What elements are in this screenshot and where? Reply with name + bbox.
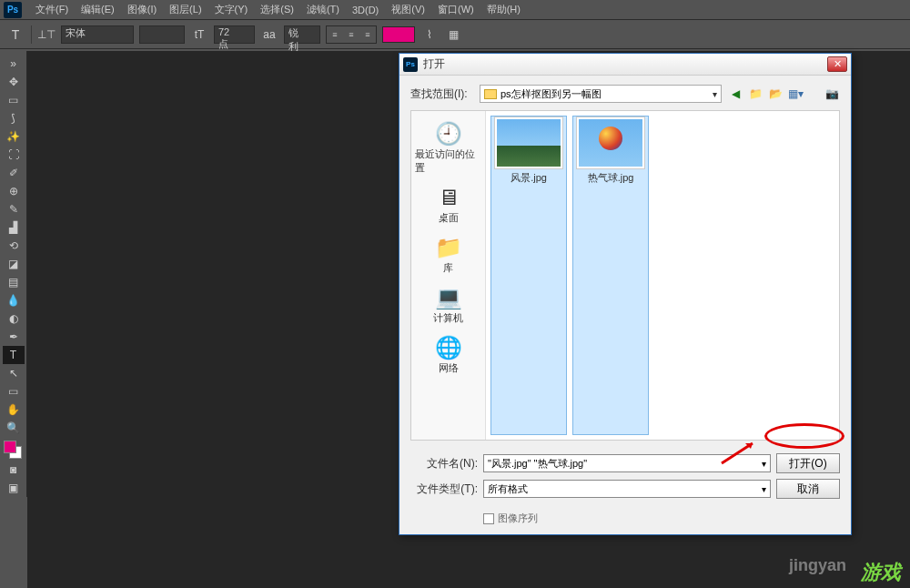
orientation-icon[interactable]: ⊥⊤ [37, 25, 56, 44]
computer-icon: 💻 [433, 284, 464, 311]
align-right[interactable]: ≡ [359, 26, 376, 43]
extra-icon[interactable]: 📷 [824, 86, 840, 102]
tools-panel: » ✥ ▭ ⟆ ✨ ⛶ ✐ ⊕ ✎ ▟ ⟲ ◪ ▤ 💧 ◐ ✒ T ↖ ▭ ✋ … [0, 51, 27, 497]
options-bar: T ⊥⊤ 宋体 tT 72 点 aa 锐利 ≡ ≡ ≡ ⌇ ▦ [0, 20, 910, 49]
collapse-icon[interactable]: » [3, 55, 25, 73]
type-tool[interactable]: T [3, 346, 25, 364]
filetype-label: 文件类型(T): [410, 482, 478, 497]
file-name: 风景.jpg [511, 171, 547, 185]
nav-back-icon[interactable]: ◀ [727, 86, 743, 102]
marquee-tool[interactable]: ▭ [3, 91, 25, 109]
crop-tool[interactable]: ⛶ [3, 146, 25, 164]
path-label: 查找范围(I): [410, 86, 474, 102]
desktop-icon: 🖥 [433, 184, 464, 211]
recent-icon: 🕘 [433, 120, 464, 147]
path-tool[interactable]: ↖ [3, 364, 25, 382]
font-select[interactable]: 宋体 [61, 25, 134, 44]
watermark-logo: 游戏 [861, 559, 901, 586]
panel-toggle-icon[interactable]: ▦ [444, 25, 462, 44]
dialog-title: 打开 [423, 56, 827, 72]
font-style-select[interactable] [139, 25, 185, 44]
menu-type[interactable]: 文字(Y) [208, 3, 255, 16]
quickmask-tool[interactable]: ◙ [3, 461, 25, 479]
fg-color[interactable] [4, 441, 16, 453]
eyedropper-tool[interactable]: ✐ [3, 164, 25, 182]
color-swatches[interactable] [4, 441, 24, 461]
new-folder-icon[interactable]: 📂 [767, 86, 784, 102]
divider [31, 25, 32, 44]
align-group: ≡ ≡ ≡ [326, 25, 377, 44]
eraser-tool[interactable]: ◪ [3, 255, 25, 273]
file-item[interactable]: 风景.jpg [491, 117, 566, 434]
zoom-tool[interactable]: 🔍 [3, 419, 25, 437]
menu-file[interactable]: 文件(F) [29, 3, 75, 16]
file-list[interactable]: 风景.jpg 热气球.jpg [486, 111, 839, 440]
menu-select[interactable]: 选择(S) [254, 3, 300, 16]
place-computer[interactable]: 💻 计算机 [430, 280, 468, 329]
ps-logo: Ps [4, 2, 22, 18]
filename-label: 文件名(N): [410, 456, 478, 471]
libraries-icon: 📁 [433, 234, 464, 261]
menu-bar: Ps 文件(F) 编辑(E) 图像(I) 图层(L) 文字(Y) 选择(S) 滤… [0, 0, 910, 20]
menu-window[interactable]: 窗口(W) [431, 3, 480, 16]
menu-edit[interactable]: 编辑(E) [75, 3, 121, 16]
magic-wand-tool[interactable]: ✨ [3, 127, 25, 146]
close-button[interactable]: ✕ [827, 56, 847, 72]
path-value: ps怎样抠图到另一幅图 [500, 87, 602, 101]
menu-view[interactable]: 视图(V) [385, 3, 431, 16]
thumb-landscape [497, 119, 561, 167]
sequence-checkbox[interactable] [483, 513, 494, 524]
aa-icon: aa [260, 25, 278, 44]
font-size-select[interactable]: 72 点 [214, 25, 255, 44]
place-libraries[interactable]: 📁 库 [430, 230, 468, 279]
dodge-tool[interactable]: ◐ [3, 309, 25, 328]
menu-3d[interactable]: 3D(D) [346, 5, 385, 15]
type-tool-icon[interactable]: T [5, 25, 25, 45]
history-brush-tool[interactable]: ⟲ [3, 237, 25, 255]
thumb-balloon [579, 119, 642, 167]
blur-tool[interactable]: 💧 [3, 291, 25, 309]
place-desktop[interactable]: 🖥 桌面 [430, 180, 468, 228]
watermark-text: jingyan [789, 556, 846, 575]
size-icon: tT [190, 25, 208, 44]
filename-input[interactable]: "风景.jpg" "热气球.jpg" [483, 454, 771, 472]
align-left[interactable]: ≡ [327, 26, 343, 43]
gradient-tool[interactable]: ▤ [3, 273, 25, 291]
menu-image[interactable]: 图像(I) [121, 3, 163, 16]
sequence-label: 图像序列 [498, 512, 538, 525]
pen-tool[interactable]: ✒ [3, 328, 25, 346]
network-icon: 🌐 [433, 334, 464, 361]
cancel-button[interactable]: 取消 [776, 479, 840, 499]
hand-tool[interactable]: ✋ [3, 400, 25, 419]
text-color-swatch[interactable] [382, 26, 415, 43]
path-combobox[interactable]: ps怎样抠图到另一幅图 [480, 85, 722, 103]
screenmode-tool[interactable]: ▣ [3, 479, 25, 497]
menu-help[interactable]: 帮助(H) [480, 3, 527, 16]
warp-text-icon[interactable]: ⌇ [420, 25, 439, 44]
view-menu-icon[interactable]: ▦▾ [787, 86, 804, 102]
nav-up-icon[interactable]: 📁 [747, 86, 763, 102]
places-bar: 🕘 最近访问的位置 🖥 桌面 📁 库 💻 计算机 🌐 网络 [411, 111, 486, 440]
open-dialog: Ps 打开 ✕ 查找范围(I): ps怎样抠图到另一幅图 ◀ 📁 📂 ▦▾ 📷 … [399, 53, 852, 535]
healing-tool[interactable]: ⊕ [3, 182, 25, 200]
place-recent[interactable]: 🕘 最近访问的位置 [411, 117, 485, 178]
dialog-title-bar[interactable]: Ps 打开 ✕ [399, 54, 851, 76]
align-center[interactable]: ≡ [343, 26, 359, 43]
file-name: 热气球.jpg [588, 171, 634, 185]
shape-tool[interactable]: ▭ [3, 382, 25, 400]
place-network[interactable]: 🌐 网络 [430, 330, 468, 379]
stamp-tool[interactable]: ▟ [3, 218, 25, 237]
menu-filter[interactable]: 滤镜(T) [300, 3, 346, 16]
move-tool[interactable]: ✥ [3, 73, 25, 91]
lasso-tool[interactable]: ⟆ [3, 109, 25, 127]
brush-tool[interactable]: ✎ [3, 200, 25, 218]
folder-icon [484, 89, 497, 99]
menu-layer[interactable]: 图层(L) [163, 3, 207, 16]
aa-select[interactable]: 锐利 [284, 25, 320, 44]
file-item[interactable]: 热气球.jpg [573, 117, 648, 434]
dialog-ps-icon: Ps [403, 57, 418, 72]
filetype-select[interactable]: 所有格式 [483, 480, 771, 498]
open-button[interactable]: 打开(O) [776, 453, 840, 473]
